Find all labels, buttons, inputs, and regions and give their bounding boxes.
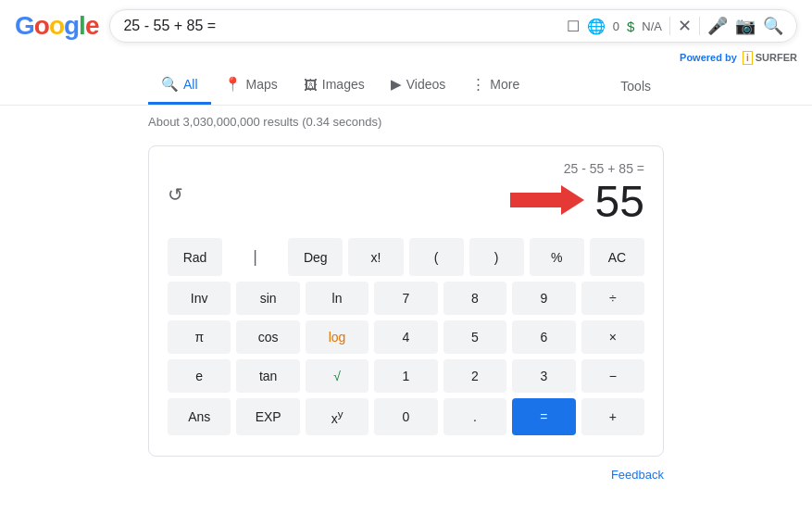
images-icon: 🖼 (304, 77, 318, 93)
nav-item-all[interactable]: 🔍 All (148, 67, 211, 105)
search-bar: ☐ 🌐 0 $ N/A ✕ 🎤 📷 🔍 (109, 9, 797, 43)
nav-item-more[interactable]: ⋮ More (458, 67, 532, 105)
calc-btn-1[interactable]: 1 (374, 359, 437, 393)
surfer-badge: i (743, 51, 753, 65)
nav-bar: 🔍 All 📍 Maps 🖼 Images ▶ Videos ⋮ More To… (0, 67, 812, 106)
svg-marker-0 (510, 185, 584, 215)
calc-expression: 25 - 55 + 85 = (510, 161, 644, 176)
calc-btn-tan[interactable]: tan (236, 359, 299, 393)
calc-btn-0[interactable]: 0 (374, 398, 437, 435)
calc-btn-exp[interactable]: EXP (236, 398, 299, 435)
divider (669, 17, 670, 35)
calc-btn-sqrt[interactable]: √ (306, 359, 369, 393)
calc-answer: 55 (595, 176, 644, 227)
search-input[interactable] (123, 18, 558, 34)
close-icon[interactable]: ✕ (678, 16, 692, 36)
calc-btn-6[interactable]: 6 (512, 320, 575, 354)
powered-by: Powered by i SURFER (0, 52, 812, 67)
calc-btn-2[interactable]: 2 (443, 359, 506, 393)
checkbox-icon[interactable]: ☐ (567, 18, 580, 35)
calc-btn-ln[interactable]: ln (306, 282, 369, 315)
calc-btn-percent[interactable]: % (530, 238, 584, 276)
feedback-link[interactable]: Feedback (0, 464, 812, 489)
results-info: About 3,030,000,000 results (0.34 second… (0, 106, 812, 138)
more-dots-icon: ⋮ (471, 76, 485, 93)
calc-row-1: Rad | Deg x! ( ) % AC (168, 238, 644, 276)
calc-btn-cos[interactable]: cos (236, 320, 299, 354)
calc-btn-ans[interactable]: Ans (168, 398, 231, 435)
calc-btn-multiply[interactable]: × (581, 320, 644, 354)
calc-row-4: e tan √ 1 2 3 − (168, 359, 644, 393)
search-nav-icon: 🔍 (161, 76, 179, 93)
calc-btn-sin[interactable]: sin (236, 282, 299, 315)
calculator-buttons: Rad | Deg x! ( ) % AC Inv sin ln 7 8 9 ÷… (168, 238, 644, 435)
search-icon[interactable]: 🔍 (763, 16, 783, 36)
calc-btn-equals[interactable]: = (512, 398, 575, 435)
na-text: N/A (642, 19, 662, 33)
calc-expression-answer: 25 - 55 + 85 = 55 (510, 161, 644, 227)
nav-item-images[interactable]: 🖼 Images (291, 68, 378, 105)
calc-btn-add[interactable]: + (581, 398, 644, 435)
flag-icon: 🌐 (587, 18, 606, 35)
calc-btn-ac[interactable]: AC (590, 238, 644, 276)
header: Google ☐ 🌐 0 $ N/A ✕ 🎤 📷 🔍 (0, 0, 812, 52)
dollar-icon: $ (627, 19, 634, 34)
calc-btn-9[interactable]: 9 (512, 282, 575, 315)
calc-separator: | (228, 238, 282, 276)
nav-item-maps[interactable]: 📍 Maps (211, 67, 291, 105)
calc-btn-log[interactable]: log (306, 320, 369, 354)
calc-btn-subtract[interactable]: − (581, 359, 644, 393)
calc-btn-pi[interactable]: π (168, 320, 231, 354)
search-bar-icons: ☐ 🌐 0 $ N/A ✕ 🎤 📷 🔍 (567, 16, 783, 36)
maps-icon: 📍 (224, 76, 242, 93)
camera-icon[interactable]: 📷 (735, 16, 756, 36)
calc-row-2: Inv sin ln 7 8 9 ÷ (168, 282, 644, 315)
calc-btn-close-paren[interactable]: ) (469, 238, 524, 276)
calc-btn-dot[interactable]: . (443, 398, 506, 435)
calc-btn-e[interactable]: e (168, 359, 231, 393)
calc-result-right: 25 - 55 + 85 = 55 (510, 161, 644, 227)
red-arrow (510, 182, 584, 222)
calc-btn-inv[interactable]: Inv (168, 282, 231, 315)
currency-count: 0 (613, 19, 619, 33)
calc-result-row: ↺ 25 - 55 + 85 = 55 (168, 161, 644, 227)
videos-icon: ▶ (391, 76, 402, 93)
calc-btn-deg[interactable]: Deg (288, 238, 343, 276)
calculator-box: ↺ 25 - 55 + 85 = 55 Rad | Deg x! (148, 145, 664, 457)
divider2 (699, 17, 700, 35)
calc-row-5: Ans EXP xy 0 . = + (168, 398, 644, 435)
calc-btn-5[interactable]: 5 (443, 320, 506, 354)
mic-icon[interactable]: 🎤 (707, 16, 728, 36)
calc-btn-power[interactable]: xy (306, 398, 369, 435)
nav-tools[interactable]: Tools (607, 69, 664, 103)
google-logo: Google (15, 11, 98, 41)
calc-btn-3[interactable]: 3 (512, 359, 575, 393)
calc-btn-open-paren[interactable]: ( (409, 238, 464, 276)
calc-btn-divide[interactable]: ÷ (581, 282, 644, 315)
history-icon[interactable]: ↺ (168, 183, 183, 206)
calc-btn-4[interactable]: 4 (374, 320, 437, 354)
nav-item-videos[interactable]: ▶ Videos (378, 67, 459, 105)
calc-row-3: π cos log 4 5 6 × (168, 320, 644, 354)
calc-answer-area: 55 (510, 176, 644, 227)
calc-btn-7[interactable]: 7 (374, 282, 437, 315)
calc-btn-rad[interactable]: Rad (168, 238, 222, 276)
calc-btn-8[interactable]: 8 (443, 282, 506, 315)
calc-btn-factorial[interactable]: x! (348, 238, 403, 276)
